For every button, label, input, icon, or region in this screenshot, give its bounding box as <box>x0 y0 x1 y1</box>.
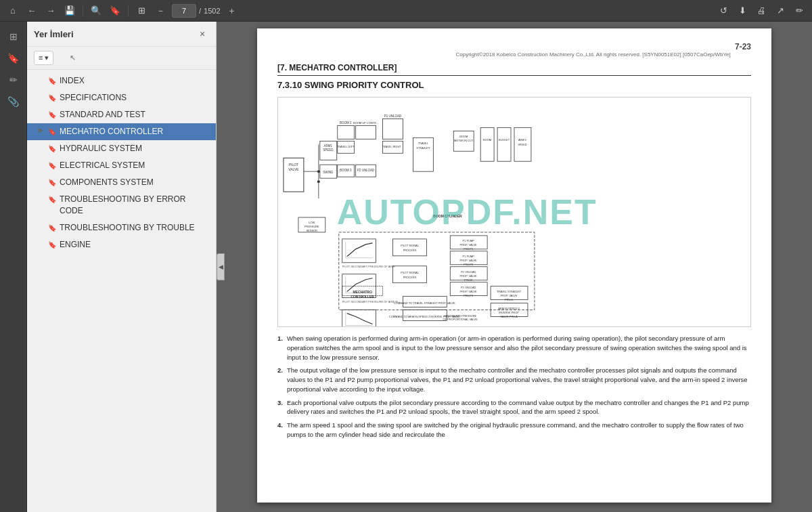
svg-text:ARM 2: ARM 2 <box>518 138 526 142</box>
svg-text:VALVE: VALVE <box>288 167 299 171</box>
bookmark-item-specifications[interactable]: 🔖 SPECIFICATIONS <box>27 89 216 106</box>
svg-text:PILOT SIGNAL: PILOT SIGNAL <box>401 244 420 247</box>
copyright-text: Copyright©2018 Kobelco Construction Mach… <box>435 51 751 58</box>
desc-num-3: 3. <box>277 398 283 417</box>
share-icon[interactable]: ↗ <box>773 3 788 18</box>
desc-item-2: 2. The output voltage of the low pressur… <box>277 366 751 393</box>
cursor-indicator: ↖ <box>70 54 76 62</box>
bookmarks-view-button[interactable]: ≡ ▾ <box>34 51 53 65</box>
rotate-icon[interactable]: ↺ <box>716 3 731 18</box>
bookmark-item-index[interactable]: 🔖 INDEX <box>27 72 216 89</box>
pdf-viewer[interactable]: ◀ 7-23 Copyright©2018 Kobelco Constructi… <box>217 22 812 512</box>
home-icon[interactable]: ⌂ <box>5 3 20 18</box>
download-icon[interactable]: ⬇ <box>735 3 750 18</box>
svg-text:TRAVEL LEFT: TRAVEL LEFT <box>337 145 355 148</box>
svg-text:ARM1: ARM1 <box>324 144 333 148</box>
diagram-container: AUTOPDF.NET PILOT VALVE ARM1 SPEED <box>277 97 751 327</box>
svg-text:PROP. VALVE: PROP. VALVE <box>460 274 477 278</box>
bookmark-item-standard-and-test[interactable]: 🔖 STANDARD AND TEST <box>27 106 216 123</box>
svg-text:PILOT SECONDARY PRESSURE OF AR: PILOT SECONDARY PRESSURE OF ARM IN <box>342 300 398 303</box>
bookmark-label-engine: ENGINE <box>60 239 210 251</box>
svg-text:SPEED: SPEED <box>323 148 334 152</box>
print-icon[interactable]: 🖨 <box>754 3 769 18</box>
svg-text:STRAIGHT: STRAIGHT <box>416 146 430 150</box>
save-icon[interactable]: 💾 <box>62 3 77 18</box>
svg-text:PROP. VALVE: PROP. VALVE <box>500 294 517 297</box>
annotations-panel-btn[interactable]: ✏ <box>4 70 23 89</box>
svg-text:PSV-P1: PSV-P1 <box>464 247 474 251</box>
page-header: 7-23 Copyright©2018 Kobelco Construction… <box>277 42 751 58</box>
svg-text:BUCKET: BUCKET <box>499 138 510 142</box>
svg-text:BOOM 2: BOOM 2 <box>340 121 352 125</box>
svg-text:TRAVEL: TRAVEL <box>418 142 429 145</box>
svg-text:PILOT SIGNAL: PILOT SIGNAL <box>401 271 420 274</box>
bookmark-item-components-system[interactable]: 🔖 COMPONENTS SYSTEM <box>27 174 216 191</box>
page-separator: / <box>199 7 201 15</box>
svg-text:P1 UNLOAD: P1 UNLOAD <box>384 114 402 118</box>
desc-text-3: Each proportional valve outputs the pilo… <box>287 398 751 417</box>
svg-text:OF PROPORTIONAL VALVE: OF PROPORTIONAL VALVE <box>443 318 478 321</box>
svg-text:PROP. VALVE: PROP. VALVE <box>460 290 477 293</box>
desc-item-3: 3. Each proportional valve outputs the p… <box>277 398 751 417</box>
bookmark-item-electrical-system[interactable]: 🔖 ELECTRICAL SYSTEM <box>27 157 216 174</box>
toolbar: ⌂ ← → 💾 🔍 🔖 ⊞ － / 1502 ＋ ↺ ⬇ 🖨 ↗ ✏ <box>0 0 812 22</box>
svg-text:PSV-B: PSV-B <box>464 278 472 282</box>
bookmark-label-troubleshooting-error: TROUBLESHOOTING BY ERROR CODE <box>60 194 210 217</box>
bookmark-item-mechatro-controller[interactable]: ▶ 🔖 MECHATRO CONTROLLER <box>27 123 216 140</box>
back-icon[interactable]: ← <box>24 3 39 18</box>
desc-num-2: 2. <box>277 366 283 393</box>
description-list: 1. When swing operation is performed dur… <box>277 334 751 440</box>
svg-text:BOOM: BOOM <box>483 138 491 142</box>
forward-icon[interactable]: → <box>43 3 58 18</box>
page-number: 7-23 <box>435 42 751 51</box>
bookmarks-panel: Yer İmleri × ≡ ▾ ↖ 🔖 INDEX 🔖 SPECIFICATI… <box>27 22 217 512</box>
svg-text:PROCESS: PROCESS <box>403 276 417 279</box>
svg-text:PILOT SECONDARY PRESSURE OF AR: PILOT SECONDARY PRESSURE OF ARM↑ <box>342 265 396 268</box>
desc-item-4: 4. The arm speed 1 spool and the swing s… <box>277 421 751 440</box>
sidebar-icons: ⊞ 🔖 ✏ 📎 <box>0 22 27 512</box>
page-view-icon[interactable]: ⊞ <box>134 3 149 18</box>
svg-text:PROP. VALVE: PROP. VALVE <box>460 259 477 262</box>
svg-text:CONTROLLER: CONTROLLER <box>351 295 374 299</box>
svg-point-95 <box>317 170 320 173</box>
bookmark-icon-standard: 🔖 <box>47 110 57 121</box>
expand-mechatro[interactable]: ▶ <box>37 126 45 135</box>
bookmarks-header: Yer İmleri × <box>27 22 216 47</box>
bookmarks-toolbar: ≡ ▾ ↖ <box>27 47 216 70</box>
svg-text:SWING: SWING <box>323 171 334 174</box>
bookmarks-panel-btn[interactable]: 🔖 <box>4 49 23 68</box>
pages-panel-btn[interactable]: ⊞ <box>4 27 23 46</box>
bookmark-item-engine[interactable]: 🔖 ENGINE <box>27 236 216 253</box>
schematic-diagram: PILOT VALVE ARM1 SPEED SWING BOOM 2 <box>278 98 750 326</box>
svg-text:LOW: LOW <box>309 221 315 224</box>
svg-text:PILOT: PILOT <box>289 163 298 167</box>
bookmark-item-troubleshooting-error[interactable]: 🔖 TROUBLESHOOTING BY ERROR CODE <box>27 191 216 219</box>
main-area: ⊞ 🔖 ✏ 📎 Yer İmleri × ≡ ▾ ↖ 🔖 INDEX <box>0 22 812 512</box>
edit-icon[interactable]: ✏ <box>792 3 807 18</box>
bookmark-icon-troubleshooting-error: 🔖 <box>47 194 57 205</box>
search-icon[interactable]: 🔍 <box>89 3 104 18</box>
bookmark-add-icon[interactable]: 🔖 <box>108 3 122 18</box>
collapse-panel-button[interactable]: ◀ <box>217 253 225 280</box>
bookmark-icon-electrical: 🔖 <box>47 161 57 171</box>
svg-text:SPEED: SPEED <box>518 143 527 146</box>
page-input[interactable] <box>172 4 196 18</box>
bookmark-item-hydraulic-system[interactable]: 🔖 HYDRAULIC SYSTEM <box>27 140 216 157</box>
zoom-in-icon[interactable]: ＋ <box>225 3 240 18</box>
svg-text:TRAVEL STRAIGHT: TRAVEL STRAIGHT <box>497 290 522 293</box>
attachments-panel-btn[interactable]: 📎 <box>4 92 23 111</box>
page-info: / 1502 <box>172 4 221 18</box>
svg-text:COMMAND TO TRAVEL STRAIGHT PRO: COMMAND TO TRAVEL STRAIGHT PROP. VALVE <box>394 301 455 305</box>
bookmarks-close-button[interactable]: × <box>196 27 209 41</box>
svg-text:PROP. VALVE: PROP. VALVE <box>460 243 477 247</box>
svg-text:SENSOR: SENSOR <box>306 229 317 232</box>
divider2 <box>128 5 129 17</box>
bookmark-label-components: COMPONENTS SYSTEM <box>60 177 210 188</box>
zoom-out-icon[interactable]: － <box>153 3 168 18</box>
bookmark-item-troubleshooting-trouble[interactable]: 🔖 TROUBLESHOOTING BY TROUBLE <box>27 219 216 236</box>
svg-text:P1 UNLOAD: P1 UNLOAD <box>461 286 476 289</box>
page-total: 1502 <box>204 7 220 15</box>
bookmark-icon-components: 🔖 <box>47 177 57 188</box>
svg-text:BOOM 3: BOOM 3 <box>340 169 352 172</box>
desc-text-1: When swing operation is performed during… <box>287 334 751 362</box>
